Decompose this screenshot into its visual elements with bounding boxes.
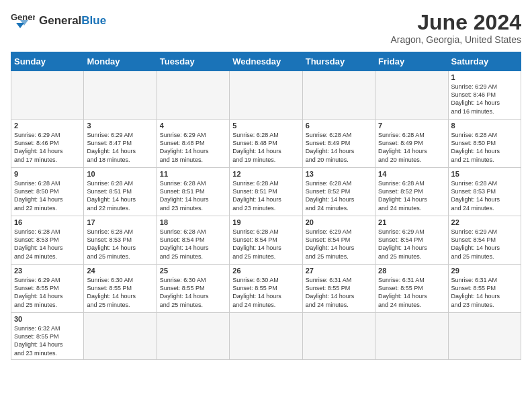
calendar-cell: 5Sunrise: 6:28 AM Sunset: 8:48 PM Daylig… (230, 120, 302, 168)
day-number: 29 (451, 267, 518, 275)
week-row-2: 9Sunrise: 6:28 AM Sunset: 8:50 PM Daylig… (11, 168, 521, 216)
day-number: 23 (14, 267, 81, 275)
calendar-cell: 10Sunrise: 6:28 AM Sunset: 8:51 PM Dayli… (84, 168, 157, 216)
day-info: Sunrise: 6:31 AM Sunset: 8:55 PM Dayligh… (451, 276, 518, 309)
day-info: Sunrise: 6:28 AM Sunset: 8:54 PM Dayligh… (232, 228, 299, 261)
calendar-cell: 14Sunrise: 6:28 AM Sunset: 8:52 PM Dayli… (375, 168, 448, 216)
weekday-header-thursday: Thursday (302, 52, 375, 71)
day-number: 30 (14, 315, 81, 323)
weekday-header-tuesday: Tuesday (157, 52, 229, 71)
calendar-cell: 13Sunrise: 6:28 AM Sunset: 8:52 PM Dayli… (302, 168, 375, 216)
day-number: 28 (378, 267, 445, 275)
weekday-header-monday: Monday (84, 52, 157, 71)
day-info: Sunrise: 6:28 AM Sunset: 8:54 PM Dayligh… (160, 228, 226, 261)
calendar-cell (230, 313, 302, 360)
calendar-cell: 16Sunrise: 6:28 AM Sunset: 8:53 PM Dayli… (11, 216, 84, 265)
calendar-cell (11, 71, 84, 120)
day-info: Sunrise: 6:28 AM Sunset: 8:50 PM Dayligh… (14, 179, 81, 212)
day-info: Sunrise: 6:30 AM Sunset: 8:55 PM Dayligh… (160, 276, 226, 309)
calendar-cell (302, 313, 375, 360)
day-info: Sunrise: 6:28 AM Sunset: 8:48 PM Dayligh… (232, 131, 299, 164)
day-info: Sunrise: 6:30 AM Sunset: 8:55 PM Dayligh… (232, 276, 299, 309)
weekday-header-friday: Friday (375, 52, 448, 71)
day-number: 16 (14, 218, 81, 226)
day-info: Sunrise: 6:28 AM Sunset: 8:53 PM Dayligh… (14, 228, 81, 261)
day-number: 6 (306, 122, 372, 130)
location: Aragon, Georgia, United States (390, 34, 521, 45)
calendar-cell: 6Sunrise: 6:28 AM Sunset: 8:49 PM Daylig… (302, 120, 375, 168)
day-number: 24 (87, 267, 153, 275)
day-number: 26 (232, 267, 299, 275)
calendar-cell: 3Sunrise: 6:29 AM Sunset: 8:47 PM Daylig… (84, 120, 157, 168)
calendar-cell: 24Sunrise: 6:30 AM Sunset: 8:55 PM Dayli… (84, 265, 157, 313)
calendar-cell (157, 313, 229, 360)
calendar-cell: 12Sunrise: 6:28 AM Sunset: 8:51 PM Dayli… (230, 168, 302, 216)
day-info: Sunrise: 6:28 AM Sunset: 8:53 PM Dayligh… (451, 179, 518, 212)
day-info: Sunrise: 6:28 AM Sunset: 8:51 PM Dayligh… (87, 179, 153, 212)
day-info: Sunrise: 6:32 AM Sunset: 8:55 PM Dayligh… (14, 324, 81, 357)
calendar-cell: 9Sunrise: 6:28 AM Sunset: 8:50 PM Daylig… (11, 168, 84, 216)
calendar-cell: 26Sunrise: 6:30 AM Sunset: 8:55 PM Dayli… (230, 265, 302, 313)
day-number: 22 (451, 218, 518, 226)
day-info: Sunrise: 6:29 AM Sunset: 8:46 PM Dayligh… (451, 83, 518, 116)
day-info: Sunrise: 6:30 AM Sunset: 8:55 PM Dayligh… (87, 276, 153, 309)
day-number: 18 (160, 218, 226, 226)
day-number: 15 (451, 170, 518, 178)
day-info: Sunrise: 6:28 AM Sunset: 8:51 PM Dayligh… (160, 179, 226, 212)
day-number: 14 (378, 170, 445, 178)
calendar-cell: 7Sunrise: 6:28 AM Sunset: 8:49 PM Daylig… (375, 120, 448, 168)
calendar-cell: 1Sunrise: 6:29 AM Sunset: 8:46 PM Daylig… (448, 71, 521, 120)
calendar-cell: 17Sunrise: 6:28 AM Sunset: 8:53 PM Dayli… (84, 216, 157, 265)
header: General GeneralBlue June 2024 Aragon, Ge… (11, 11, 521, 45)
day-number: 7 (378, 122, 445, 130)
day-number: 25 (160, 267, 226, 275)
day-number: 20 (306, 218, 372, 226)
calendar-cell: 21Sunrise: 6:29 AM Sunset: 8:54 PM Dayli… (375, 216, 448, 265)
day-number: 8 (451, 122, 518, 130)
title-block: June 2024 Aragon, Georgia, United States (390, 11, 521, 45)
week-row-4: 23Sunrise: 6:29 AM Sunset: 8:55 PM Dayli… (11, 265, 521, 313)
calendar-cell: 25Sunrise: 6:30 AM Sunset: 8:55 PM Dayli… (157, 265, 229, 313)
day-info: Sunrise: 6:31 AM Sunset: 8:55 PM Dayligh… (378, 276, 445, 309)
calendar-cell: 4Sunrise: 6:29 AM Sunset: 8:48 PM Daylig… (157, 120, 229, 168)
calendar-cell (448, 313, 521, 360)
day-number: 27 (306, 267, 372, 275)
weekday-header-sunday: Sunday (11, 52, 84, 71)
calendar-cell (157, 71, 229, 120)
calendar-cell: 15Sunrise: 6:28 AM Sunset: 8:53 PM Dayli… (448, 168, 521, 216)
calendar-cell: 2Sunrise: 6:29 AM Sunset: 8:46 PM Daylig… (11, 120, 84, 168)
day-info: Sunrise: 6:29 AM Sunset: 8:55 PM Dayligh… (14, 276, 81, 309)
calendar-cell: 18Sunrise: 6:28 AM Sunset: 8:54 PM Dayli… (157, 216, 229, 265)
day-number: 11 (160, 170, 226, 178)
logo: General GeneralBlue (11, 11, 106, 30)
calendar-cell: 23Sunrise: 6:29 AM Sunset: 8:55 PM Dayli… (11, 265, 84, 313)
page: General GeneralBlue June 2024 Aragon, Ge… (0, 0, 532, 367)
calendar-cell: 11Sunrise: 6:28 AM Sunset: 8:51 PM Dayli… (157, 168, 229, 216)
week-row-1: 2Sunrise: 6:29 AM Sunset: 8:46 PM Daylig… (11, 120, 521, 168)
day-number: 19 (232, 218, 299, 226)
day-number: 1 (451, 73, 518, 81)
day-info: Sunrise: 6:29 AM Sunset: 8:54 PM Dayligh… (451, 228, 518, 261)
calendar-cell: 27Sunrise: 6:31 AM Sunset: 8:55 PM Dayli… (302, 265, 375, 313)
day-number: 9 (14, 170, 81, 178)
weekday-header-row: SundayMondayTuesdayWednesdayThursdayFrid… (11, 52, 521, 71)
day-info: Sunrise: 6:28 AM Sunset: 8:52 PM Dayligh… (306, 179, 372, 212)
day-info: Sunrise: 6:28 AM Sunset: 8:50 PM Dayligh… (451, 131, 518, 164)
calendar-cell: 29Sunrise: 6:31 AM Sunset: 8:55 PM Dayli… (448, 265, 521, 313)
day-number: 5 (232, 122, 299, 130)
day-number: 4 (160, 122, 226, 130)
weekday-header-wednesday: Wednesday (230, 52, 302, 71)
calendar-cell (375, 313, 448, 360)
day-info: Sunrise: 6:31 AM Sunset: 8:55 PM Dayligh… (306, 276, 372, 309)
calendar-cell: 8Sunrise: 6:28 AM Sunset: 8:50 PM Daylig… (448, 120, 521, 168)
week-row-5: 30Sunrise: 6:32 AM Sunset: 8:55 PM Dayli… (11, 313, 521, 360)
generalblue-logo-icon: General (11, 11, 35, 30)
calendar-cell (230, 71, 302, 120)
week-row-3: 16Sunrise: 6:28 AM Sunset: 8:53 PM Dayli… (11, 216, 521, 265)
calendar-cell: 22Sunrise: 6:29 AM Sunset: 8:54 PM Dayli… (448, 216, 521, 265)
calendar-cell: 20Sunrise: 6:29 AM Sunset: 8:54 PM Dayli… (302, 216, 375, 265)
calendar-table: SundayMondayTuesdayWednesdayThursdayFrid… (11, 52, 521, 360)
day-info: Sunrise: 6:29 AM Sunset: 8:48 PM Dayligh… (160, 131, 226, 164)
day-number: 10 (87, 170, 153, 178)
day-info: Sunrise: 6:29 AM Sunset: 8:47 PM Dayligh… (87, 131, 153, 164)
